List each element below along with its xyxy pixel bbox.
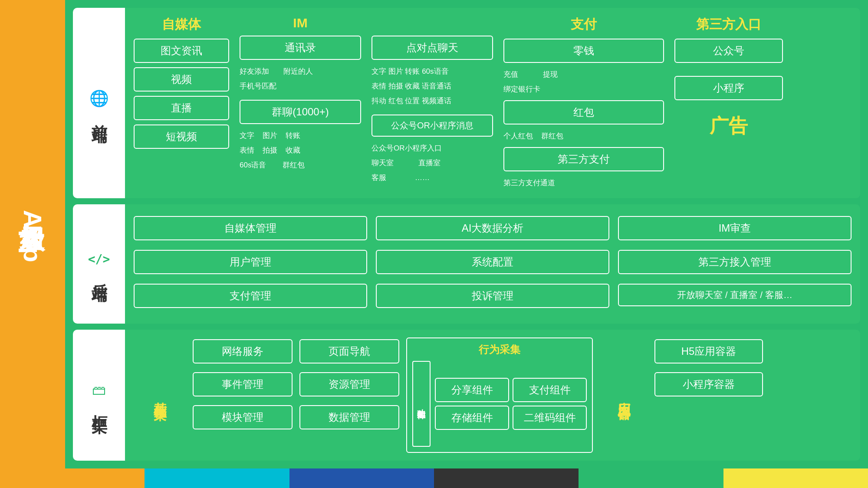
- payment-col: 支付 零钱 充值 提现绑定银行卡 红包 个人红包 群红包 第三方支付 第三方支付…: [503, 16, 664, 190]
- thirdparty-official-btn[interactable]: 公众号: [674, 39, 783, 63]
- fw-share-comp[interactable]: 分享组件: [435, 378, 509, 402]
- thirdparty-col: 第三方入口 公众号 小程序 广告: [674, 16, 783, 190]
- app-title: 超级云App: [19, 205, 46, 264]
- thirdparty-ad: 广告: [674, 113, 783, 139]
- backend-col-2: AI大数据分析 系统配置 投诉管理: [376, 216, 609, 312]
- backend-content: 自媒体管理 用户管理 支付管理 AI大数据分析 系统配置 投诉管理 IM审查 第…: [125, 204, 860, 324]
- payment-wallet-btn[interactable]: 零钱: [503, 39, 664, 63]
- frontend-title: 前端: [89, 112, 110, 117]
- payment-third-btn[interactable]: 第三方支付: [503, 147, 664, 171]
- base-col-2: 页面导航 资源管理 数据管理: [299, 337, 399, 434]
- im-official-desc: 公众号OR小程序入口聊天室 直播室客服 ……: [372, 141, 493, 185]
- fw-module[interactable]: 模块管理: [193, 405, 293, 429]
- backend-col-3: IM审查 第三方接入管理 开放聊天室 / 直播室 / 客服…: [618, 216, 852, 312]
- backend-third-access[interactable]: 第三方接入管理: [618, 250, 852, 274]
- backend-section: </> 后端 自媒体管理 用户管理 支付管理 AI大数据分析 系统配置 投诉管理: [73, 204, 860, 324]
- backend-title: 后端: [89, 271, 110, 276]
- fw-storage-comp[interactable]: 存储组件: [435, 406, 509, 430]
- media-btn-4[interactable]: 短视频: [134, 124, 229, 149]
- media-btn-2[interactable]: 视频: [134, 67, 229, 92]
- behavior-header: 行为采集: [412, 343, 587, 357]
- fw-miniapp-container[interactable]: 小程序容器: [654, 372, 763, 396]
- media-header: 自媒体: [134, 16, 229, 33]
- backend-media-mgmt[interactable]: 自媒体管理: [134, 216, 367, 240]
- payment-wallet-desc: 充值 提现绑定银行卡: [503, 67, 664, 97]
- app-container-label-col: 应用容器: [600, 337, 648, 453]
- bar-dark: [434, 468, 579, 488]
- fw-nav[interactable]: 页面导航: [299, 339, 399, 364]
- framework-content: 基础框架 网络服务 事件管理 模块管理 页面导航 资源管理 数据管理 行为采集: [125, 330, 860, 461]
- framework-label-col: 🗃 框架: [73, 330, 125, 461]
- media-btn-3[interactable]: 直播: [134, 96, 229, 120]
- fw-pay-comp[interactable]: 支付组件: [513, 378, 587, 402]
- behavior-box: 行为采集 功能组件 分享组件 支付组件 存储组件 二维码组件: [406, 337, 593, 453]
- fw-h5-container[interactable]: H5应用容器: [654, 339, 763, 364]
- backend-complaint[interactable]: 投诉管理: [376, 284, 609, 308]
- backend-user-mgmt[interactable]: 用户管理: [134, 250, 367, 274]
- base-framework-text: 基础框架: [151, 392, 169, 399]
- frontend-icon: 🌐: [89, 89, 109, 108]
- app-container-col: H5应用容器 小程序容器: [654, 337, 763, 401]
- bar-orange: [0, 468, 145, 488]
- payment-redpacket-desc: 个人红包 群红包: [503, 129, 664, 144]
- base-col-1: 网络服务 事件管理 模块管理: [193, 337, 293, 434]
- backend-im-review[interactable]: IM审查: [618, 216, 852, 240]
- base-framework-label: 基础框架: [134, 337, 186, 453]
- frontend-content: 自媒体 图文资讯 视频 直播 短视频 IM 通讯录 好友添加 附近的人手机号匹配…: [125, 8, 860, 198]
- im-p2p-btn[interactable]: 点对点聊天: [372, 36, 493, 60]
- backend-col-1: 自媒体管理 用户管理 支付管理: [134, 216, 367, 312]
- im-col: IM 通讯录 好友添加 附近的人手机号匹配 群聊(1000+) 文字 图片 转账…: [240, 16, 361, 190]
- fw-network[interactable]: 网络服务: [193, 339, 293, 364]
- thirdparty-mini-btn[interactable]: 小程序: [674, 76, 783, 100]
- backend-label-col: </> 后端: [73, 204, 125, 324]
- backend-open-service[interactable]: 开放聊天室 / 直播室 / 客服…: [618, 284, 852, 306]
- im-header-spacer: IM: [372, 16, 493, 30]
- im-header: IM: [240, 16, 361, 30]
- func-component-label: 功能组件: [412, 361, 431, 447]
- fw-qr-comp[interactable]: 二维码组件: [513, 406, 587, 430]
- payment-header: 支付: [503, 16, 664, 33]
- im-contacts-desc: 好友添加 附近的人手机号匹配: [240, 64, 361, 94]
- im-right-col: IM 点对点聊天 文字 图片 转账 60s语音表情 拍摄 收藏 语音通话抖动 红…: [372, 16, 493, 190]
- media-btn-1[interactable]: 图文资讯: [134, 39, 229, 63]
- bar-blue: [289, 468, 434, 488]
- bar-cyan: [145, 468, 289, 488]
- im-group-desc: 文字 图片 转账表情 拍摄 收藏60s语音 群红包: [240, 128, 361, 173]
- left-sidebar: 超级云App: [0, 0, 65, 468]
- backend-ai-analysis[interactable]: AI大数据分析: [376, 216, 609, 240]
- fw-resource[interactable]: 资源管理: [299, 372, 399, 396]
- im-p2p-desc: 文字 图片 转账 60s语音表情 拍摄 收藏 语音通话抖动 红包 位置 视频通话: [372, 64, 493, 108]
- app-container-text: 应用容器: [615, 392, 633, 399]
- bar-green: [579, 468, 723, 488]
- fw-data[interactable]: 数据管理: [299, 405, 399, 429]
- framework-icon: 🗃: [92, 382, 106, 398]
- payment-redpacket-btn[interactable]: 红包: [503, 100, 664, 124]
- im-group-btn[interactable]: 群聊(1000+): [240, 100, 361, 124]
- bottom-bar: [0, 468, 868, 488]
- framework-title: 框架: [89, 403, 110, 408]
- main-area: 🌐 前端 自媒体 图文资讯 视频 直播 短视频 IM 通讯录 好友: [65, 0, 868, 468]
- media-col: 自媒体 图文资讯 视频 直播 短视频: [134, 16, 229, 190]
- frontend-section: 🌐 前端 自媒体 图文资讯 视频 直播 短视频 IM 通讯录 好友: [73, 8, 860, 198]
- frontend-label-col: 🌐 前端: [73, 8, 125, 198]
- thirdparty-header: 第三方入口: [674, 16, 783, 33]
- bar-yellow: [723, 468, 868, 488]
- im-official-btn[interactable]: 公众号OR小程序消息: [372, 115, 493, 137]
- fw-event[interactable]: 事件管理: [193, 372, 293, 396]
- im-contacts-btn[interactable]: 通讯录: [240, 36, 361, 60]
- backend-pay-mgmt[interactable]: 支付管理: [134, 284, 367, 308]
- backend-icon: </>: [88, 252, 110, 266]
- framework-section: 🗃 框架 基础框架 网络服务 事件管理 模块管理 页面导航 资源管理: [73, 330, 860, 461]
- payment-third-desc: 第三方支付通道: [503, 176, 664, 190]
- backend-sys-config[interactable]: 系统配置: [376, 250, 609, 274]
